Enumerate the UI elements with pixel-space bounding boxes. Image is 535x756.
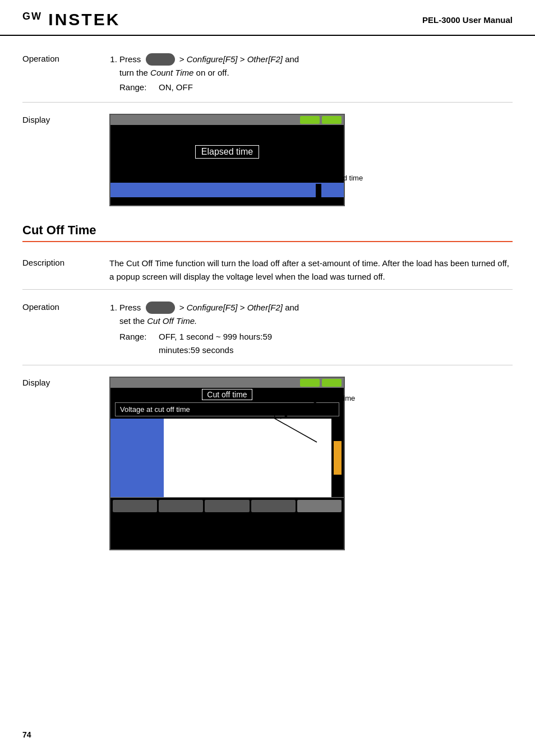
manual-title: PEL-3000 User Manual (422, 15, 513, 25)
logo-gw: GW (22, 11, 42, 22)
page-header: GW INSTEK PEL-3000 User Manual (0, 0, 535, 36)
green-button-2b (322, 379, 342, 387)
svg-text:Voltage at cut off time: Voltage at cut off time (255, 409, 325, 418)
page-number: 74 (22, 730, 31, 739)
screen2-btn-5 (297, 500, 342, 512)
screen2-btn-1 (113, 500, 157, 512)
op1-line2: turn the Count Time on or off. (119, 68, 229, 77)
screen1-spacer (110, 178, 344, 183)
screen2-wrapper: Cut off time Voltage at cut off time (109, 377, 345, 550)
display-content-2: Cut off time Voltage at cut off time (109, 377, 513, 550)
op1-path: > Configure[F5] > Other[F2] and (179, 54, 299, 64)
screen2-btn-2 (159, 500, 203, 512)
operation-label-2: Operation (22, 301, 109, 359)
range-values-2: OFF, 1 second ~ 999 hours:59 minutes:59 … (159, 330, 272, 357)
elapsed-time-label: Elapsed time (195, 145, 260, 159)
op2-press: Press (119, 303, 141, 312)
cut-off-time-heading: Cut Off Time (22, 223, 513, 242)
range-line-2: Range: OFF, 1 second ~ 999 hours:59 minu… (119, 330, 513, 357)
display-label-1: Display (22, 114, 109, 206)
range-value-1: ON, OFF (159, 81, 193, 94)
logo-instek: INSTEK (42, 10, 120, 29)
svg-line-4 (272, 417, 317, 442)
operation-section-1: Operation Press > Configure[F5] > Other[… (22, 47, 513, 103)
svg-text:Cut off time: Cut off time (318, 394, 355, 402)
cut-off-time-display-label: Cut off time (202, 389, 252, 400)
menu-button-2[interactable] (146, 302, 175, 314)
logo: GW INSTEK (22, 10, 120, 29)
screen1-blue-bar (110, 184, 316, 197)
screen1-gap (316, 184, 319, 196)
green-button-1b (322, 116, 342, 124)
screen1-wrapper: Elapsed time Elapsed time (109, 114, 345, 206)
op-instruction-2: Press > Configure[F5] > Other[F2] and se… (109, 301, 513, 357)
operation-content-2: Press > Configure[F5] > Other[F2] and se… (109, 301, 513, 359)
range-line-1: Range: ON, OFF (119, 81, 513, 94)
display-content-1: Elapsed time Elapsed time (109, 114, 513, 206)
screen1-blue-small (321, 184, 344, 197)
screen2-left-blue (110, 419, 164, 497)
op-instruction-1: Press > Configure[F5] > Other[F2] and tu… (109, 53, 513, 94)
green-button-1a (300, 116, 320, 124)
count-time-italic: Count Time (150, 68, 193, 77)
operation-section-2: Operation Press > Configure[F5] > Other[… (22, 295, 513, 365)
screen1-top-bar (110, 115, 344, 125)
description-content: The Cut Off Time function will turn the … (109, 257, 513, 284)
voltage-arrow: Voltage at cut off time (272, 411, 384, 456)
op2-line2: set the Cut Off Time. (119, 316, 197, 326)
screen2-bottom-buttons (110, 497, 344, 514)
display-screen-1: Elapsed time (109, 114, 345, 206)
green-button-2a (300, 379, 320, 387)
screen2-btn-3 (205, 500, 249, 512)
display-label-2: Display (22, 377, 109, 550)
range-label-2: Range: (119, 330, 153, 357)
screen1-main: Elapsed time (110, 125, 344, 178)
range-value-2a: OFF, 1 second ~ 999 hours:59 (159, 330, 272, 344)
menu-button-1[interactable] (146, 53, 175, 66)
display-section-1: Display Elapsed time (22, 108, 513, 212)
page-content: Operation Press > Configure[F5] > Other[… (0, 36, 535, 573)
screen1-bottom (110, 183, 344, 196)
screen2-btn-4 (251, 500, 296, 512)
section2-body: Description The Cut Off Time function wi… (22, 251, 513, 556)
cut-off-time-italic: Cut Off Time. (147, 316, 197, 326)
range-label-1: Range: (119, 81, 153, 94)
display-section-2: Display Cut off time (22, 371, 513, 556)
range-value-2b: minutes:59 seconds (159, 344, 272, 357)
operation-label-1: Operation (22, 53, 109, 96)
op1-press: Press (119, 54, 141, 64)
op2-path: > Configure[F5] > Other[F2] and (179, 303, 299, 312)
operation-content-1: Press > Configure[F5] > Other[F2] and tu… (109, 53, 513, 96)
description-section: Description The Cut Off Time function wi… (22, 251, 513, 290)
description-label: Description (22, 257, 109, 284)
screen2-top-bar (110, 378, 344, 388)
